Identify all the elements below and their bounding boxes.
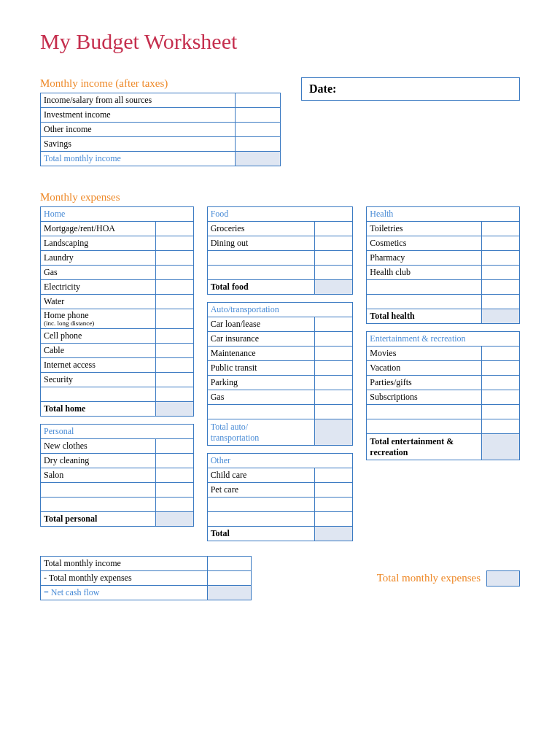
income-row: Other income bbox=[41, 123, 236, 137]
auto-value[interactable] bbox=[315, 317, 353, 332]
other-value[interactable] bbox=[315, 498, 353, 512]
personal-value[interactable] bbox=[155, 498, 193, 512]
home-value[interactable] bbox=[155, 309, 193, 329]
auto-table: Auto/transportation Car loan/lease Car i… bbox=[207, 302, 354, 446]
health-value[interactable] bbox=[481, 222, 519, 236]
auto-value[interactable] bbox=[315, 376, 353, 390]
ent-blank[interactable] bbox=[367, 419, 482, 434]
income-value[interactable] bbox=[236, 123, 281, 137]
home-value[interactable] bbox=[155, 358, 193, 373]
auto-value[interactable] bbox=[315, 347, 353, 361]
auto-value[interactable] bbox=[315, 390, 353, 405]
home-total-value[interactable] bbox=[155, 402, 193, 417]
income-value[interactable] bbox=[236, 137, 281, 152]
auto-value[interactable] bbox=[315, 405, 353, 419]
auto-total-value[interactable] bbox=[315, 419, 353, 446]
home-value[interactable] bbox=[155, 344, 193, 358]
total-expenses-value[interactable] bbox=[486, 570, 520, 587]
summary-net-value[interactable] bbox=[208, 586, 252, 600]
health-row: Toiletries bbox=[367, 222, 482, 236]
home-value[interactable] bbox=[155, 373, 193, 387]
home-value[interactable] bbox=[155, 251, 193, 266]
health-total-label: Total health bbox=[367, 309, 482, 324]
income-row: Income/salary from all sources bbox=[41, 93, 236, 108]
other-blank[interactable] bbox=[207, 512, 315, 527]
auto-value[interactable] bbox=[315, 361, 353, 376]
food-value[interactable] bbox=[315, 266, 353, 280]
home-value[interactable] bbox=[155, 387, 193, 402]
other-value[interactable] bbox=[315, 512, 353, 527]
food-blank[interactable] bbox=[207, 266, 315, 280]
ent-value[interactable] bbox=[481, 390, 519, 405]
auto-value[interactable] bbox=[315, 332, 353, 347]
personal-value[interactable] bbox=[155, 468, 193, 483]
personal-total-value[interactable] bbox=[155, 512, 193, 527]
home-value[interactable] bbox=[155, 236, 193, 251]
other-total-label: Total bbox=[207, 527, 315, 541]
ent-total-value[interactable] bbox=[481, 434, 519, 460]
food-total-value[interactable] bbox=[315, 280, 353, 295]
ent-value[interactable] bbox=[481, 347, 519, 361]
auto-row: Car loan/lease bbox=[207, 317, 315, 332]
summary-table: Total monthly income - Total monthly exp… bbox=[40, 556, 252, 600]
ent-row: Subscriptions bbox=[367, 390, 482, 405]
summary-value[interactable] bbox=[208, 571, 252, 586]
health-blank[interactable] bbox=[367, 295, 482, 309]
summary-row: - Total monthly expenses bbox=[41, 571, 208, 586]
ent-row: Movies bbox=[367, 347, 482, 361]
income-value[interactable] bbox=[236, 108, 281, 123]
home-value[interactable] bbox=[155, 329, 193, 344]
personal-value[interactable] bbox=[155, 439, 193, 454]
other-value[interactable] bbox=[315, 468, 353, 483]
date-field[interactable]: Date: bbox=[301, 77, 520, 101]
food-value[interactable] bbox=[315, 236, 353, 251]
other-row: Pet care bbox=[207, 483, 315, 498]
summary-row: Total monthly income bbox=[41, 557, 208, 571]
personal-table: Personal New clothes Dry cleaning Salon … bbox=[40, 424, 194, 527]
income-total-value[interactable] bbox=[236, 152, 281, 166]
other-value[interactable] bbox=[315, 483, 353, 498]
home-row: Water bbox=[41, 295, 156, 309]
personal-value[interactable] bbox=[155, 483, 193, 498]
health-value[interactable] bbox=[481, 236, 519, 251]
home-row: Electricity bbox=[41, 280, 156, 295]
food-value[interactable] bbox=[315, 251, 353, 266]
summary-value[interactable] bbox=[208, 557, 252, 571]
home-value[interactable] bbox=[155, 280, 193, 295]
other-total-value[interactable] bbox=[315, 527, 353, 541]
page-title: My Budget Worksheet bbox=[40, 29, 520, 54]
ent-blank[interactable] bbox=[367, 405, 482, 419]
home-value[interactable] bbox=[155, 222, 193, 236]
home-blank[interactable] bbox=[41, 387, 156, 402]
income-value[interactable] bbox=[236, 93, 281, 108]
income-total-label: Total monthly income bbox=[41, 152, 236, 166]
health-value[interactable] bbox=[481, 251, 519, 266]
ent-value[interactable] bbox=[481, 405, 519, 419]
personal-row: New clothes bbox=[41, 439, 156, 454]
other-blank[interactable] bbox=[207, 498, 315, 512]
personal-blank[interactable] bbox=[41, 498, 156, 512]
ent-value[interactable] bbox=[481, 376, 519, 390]
income-heading: Monthly income (after taxes) bbox=[40, 77, 281, 90]
food-blank[interactable] bbox=[207, 251, 315, 266]
health-total-value[interactable] bbox=[481, 309, 519, 324]
home-value[interactable] bbox=[155, 266, 193, 280]
personal-header: Personal bbox=[41, 425, 194, 439]
home-row: Laundry bbox=[41, 251, 156, 266]
personal-value[interactable] bbox=[155, 454, 193, 468]
health-value[interactable] bbox=[481, 280, 519, 295]
summary-net-label: = Net cash flow bbox=[41, 586, 208, 600]
other-table: Other Child care Pet care Total bbox=[207, 453, 354, 541]
health-blank[interactable] bbox=[367, 280, 482, 295]
home-value[interactable] bbox=[155, 295, 193, 309]
food-value[interactable] bbox=[315, 222, 353, 236]
auto-total-label: Total auto/ transportation bbox=[207, 419, 315, 446]
health-value[interactable] bbox=[481, 266, 519, 280]
health-value[interactable] bbox=[481, 295, 519, 309]
auto-blank[interactable] bbox=[207, 405, 315, 419]
personal-blank[interactable] bbox=[41, 483, 156, 498]
ent-value[interactable] bbox=[481, 361, 519, 376]
income-row: Savings bbox=[41, 137, 236, 152]
ent-value[interactable] bbox=[481, 419, 519, 434]
other-row: Child care bbox=[207, 468, 315, 483]
